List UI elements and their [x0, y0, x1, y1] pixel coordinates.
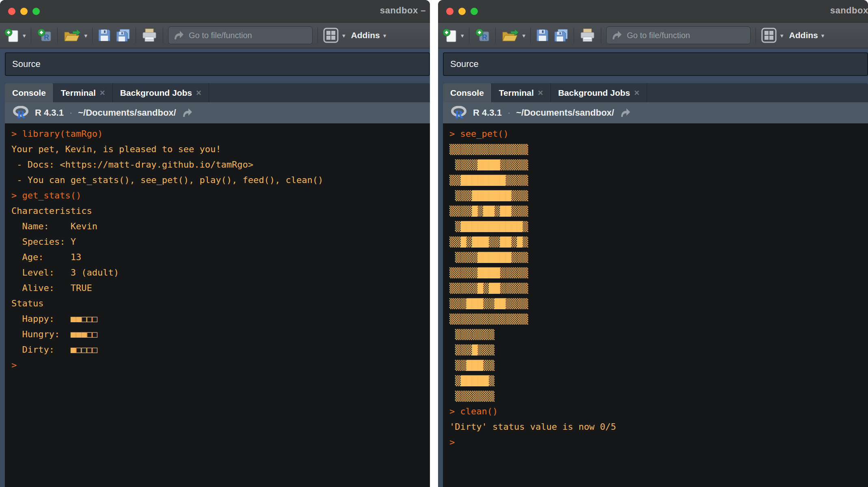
goto-arrow-icon [611, 30, 622, 40]
toolbar-separator [317, 28, 318, 43]
console-header-bar: R R 4.3.1 · ~/Documents/sandbox/ [443, 102, 868, 123]
zoom-window-button[interactable] [471, 8, 478, 15]
console-line: Happy: ■■□□□ [11, 311, 430, 327]
close-icon[interactable]: × [196, 88, 201, 97]
save-all-button[interactable] [113, 27, 132, 44]
working-directory[interactable]: ~/Documents/sandbox/ [516, 108, 614, 118]
new-file-button[interactable] [440, 26, 459, 45]
r-version[interactable]: R 4.3.1 [35, 108, 64, 118]
console-line: > library(tamRgo) [11, 126, 430, 142]
panes-caret-icon[interactable]: ▾ [780, 32, 784, 39]
jump-to-directory-icon[interactable] [620, 108, 630, 118]
goto-arrow-icon [173, 30, 184, 40]
r-logo-icon: R [451, 106, 467, 120]
panes-layout-icon [761, 28, 777, 43]
close-icon[interactable]: × [538, 88, 543, 97]
traffic-lights [446, 8, 478, 15]
tab-terminal[interactable]: Terminal × [54, 83, 113, 102]
new-project-button[interactable]: R [473, 26, 492, 45]
working-directory[interactable]: ~/Documents/sandbox/ [78, 108, 176, 118]
console-line: Level: 3 (adult) [11, 265, 430, 280]
traffic-lights [8, 8, 40, 15]
console-line: ▒▒▒▒██████▒▒▒ [449, 250, 868, 265]
open-file-button[interactable] [499, 26, 521, 44]
save-button[interactable] [534, 27, 551, 43]
console-line: ▒███████████▒ [449, 219, 868, 234]
console-output-area[interactable]: > see_pet()▒▒▒▒▒▒▒▒▒▒▒▒▒▒ ▒▒▒▒████▒▒▒▒▒▒… [443, 123, 868, 487]
workspace-panes-button[interactable] [321, 26, 341, 45]
titlebar: sandbox – [0, 0, 430, 23]
toolbar-separator [163, 28, 163, 43]
console-tabstrip: Console Terminal × Background Jobs × [443, 83, 868, 102]
close-window-button[interactable] [446, 8, 453, 15]
console-line: ▒▒█▒███▒▒██▒█▒ [449, 234, 868, 250]
source-pane-label: Source [450, 59, 479, 69]
tab-background-jobs[interactable]: Background Jobs × [113, 83, 209, 102]
new-project-icon: R [475, 28, 490, 43]
console-line: Hungry: ■■■□□ [11, 327, 430, 342]
console-line: Age: 13 [11, 250, 430, 265]
addins-menu[interactable]: Addins [789, 30, 818, 40]
open-file-caret-icon[interactable]: ▾ [84, 32, 88, 39]
toolbar-separator [530, 28, 531, 43]
pane-area: Source Console Terminal × Background Job… [438, 48, 868, 487]
pane-divider[interactable] [5, 76, 430, 83]
toolbar-separator [136, 28, 136, 43]
r-version[interactable]: R 4.3.1 [473, 108, 502, 118]
new-file-icon [4, 28, 19, 43]
panes-caret-icon[interactable]: ▾ [342, 32, 345, 39]
close-window-button[interactable] [8, 8, 15, 15]
save-button[interactable] [96, 27, 113, 43]
new-file-button[interactable] [2, 26, 21, 45]
tab-terminal[interactable]: Terminal × [492, 83, 551, 102]
open-file-button[interactable] [61, 26, 83, 44]
console-line: ▒█████▒ [449, 373, 868, 388]
console-line: 'Dirty' status value is now 0/5 [449, 419, 868, 435]
tab-console[interactable]: Console [443, 83, 492, 102]
svg-text:R: R [455, 108, 464, 120]
save-all-icon [553, 28, 568, 42]
separator-dot: · [507, 108, 510, 118]
console-line: ▒▒███▒▒ [449, 358, 868, 373]
save-all-button[interactable] [551, 27, 570, 44]
print-button[interactable] [139, 26, 160, 44]
close-icon[interactable]: × [100, 88, 105, 97]
new-file-caret-icon[interactable]: ▾ [23, 32, 26, 39]
console-line: - You can get_stats(), see_pet(), play()… [11, 172, 430, 188]
rstudio-window: sandbox – ▾ R [0, 0, 430, 487]
new-file-caret-icon[interactable]: ▾ [461, 32, 464, 39]
goto-placeholder: Go to file/function [189, 31, 252, 40]
pane-divider[interactable] [443, 76, 868, 83]
console-line: Alive: TRUE [11, 280, 430, 296]
source-pane-label: Source [12, 59, 41, 69]
jump-to-directory-icon[interactable] [182, 108, 192, 118]
toolbar-separator [57, 28, 58, 43]
addins-caret-icon[interactable]: ▾ [383, 32, 386, 39]
console-line: ▒▒▒▒▒█▒██▒▒▒▒▒ [449, 280, 868, 296]
minimize-window-button[interactable] [458, 8, 466, 15]
console-line: Species: Y [11, 234, 430, 250]
console-line: > [11, 358, 430, 373]
workspace-panes-button[interactable] [759, 26, 779, 45]
open-file-caret-icon[interactable]: ▾ [523, 32, 526, 39]
console-output-area[interactable]: > library(tamRgo)Your pet, Kevin, is ple… [5, 123, 430, 487]
new-project-icon: R [37, 28, 52, 43]
source-pane-header[interactable]: Source [5, 52, 430, 76]
console-line: Your pet, Kevin, is pleased to see you! [11, 142, 430, 157]
tab-console[interactable]: Console [5, 83, 54, 102]
zoom-window-button[interactable] [32, 8, 40, 15]
addins-caret-icon[interactable]: ▾ [821, 32, 825, 39]
console-line: ▒▒▒▒▒████▒▒▒▒▒ [449, 265, 868, 280]
print-button[interactable] [577, 26, 598, 44]
minimize-window-button[interactable] [20, 8, 28, 15]
toolbar-separator [756, 28, 756, 43]
toolbar-separator [574, 28, 574, 43]
addins-menu[interactable]: Addins [351, 30, 380, 40]
goto-file-function-input[interactable]: Go to file/function [168, 26, 313, 44]
source-pane-header[interactable]: Source [443, 52, 868, 76]
new-project-button[interactable]: R [35, 26, 54, 45]
console-line: ▒▒▒▒▒▒▒ [449, 388, 868, 404]
tab-background-jobs[interactable]: Background Jobs × [551, 83, 647, 102]
close-icon[interactable]: × [634, 88, 639, 97]
goto-file-function-input[interactable]: Go to file/function [606, 26, 751, 44]
